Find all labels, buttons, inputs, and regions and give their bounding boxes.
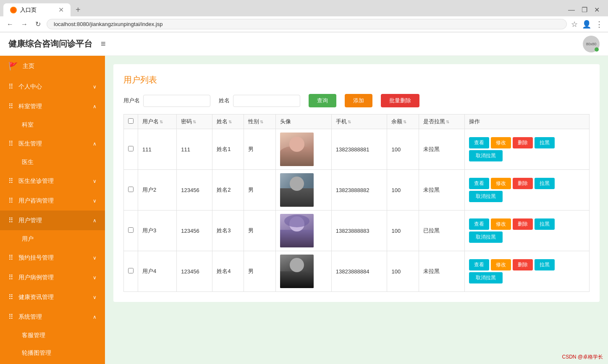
unblacklist-btn-1[interactable]: 取消拉黑 xyxy=(469,150,503,161)
sidebar-user-label: 用户 xyxy=(22,235,34,243)
username-search-input[interactable] xyxy=(143,95,210,107)
select-all-checkbox[interactable] xyxy=(128,118,134,124)
blacklist-btn-4[interactable]: 拉黑 xyxy=(535,259,555,270)
delete-btn-2[interactable]: 删除 xyxy=(513,178,533,189)
username-search-label: 用户名 xyxy=(123,97,140,104)
add-btn[interactable]: 添加 xyxy=(345,94,372,107)
bookmark-btn[interactable]: ☆ xyxy=(571,20,578,29)
address-bar: ← → ↻ ☆ 👤 ⋮ xyxy=(0,16,608,32)
tab-close-btn[interactable]: ✕ xyxy=(58,6,64,14)
row-checkbox-1[interactable] xyxy=(128,146,134,151)
sidebar-item-appointment[interactable]: ⠿ 预约挂号管理 ∨ xyxy=(0,248,105,268)
td-phone-3: 13823888883 xyxy=(331,211,387,251)
td-username-4: 用户4 xyxy=(138,251,177,292)
sidebar-dept-label: 科室 xyxy=(22,121,34,129)
close-btn[interactable]: ✕ xyxy=(594,6,600,14)
blacklist-btn-2[interactable]: 拉黑 xyxy=(535,178,555,189)
th-password: 密码⇅ xyxy=(177,114,212,129)
name-search-field: 姓名 xyxy=(219,95,300,107)
edit-btn-1[interactable]: 修改 xyxy=(491,137,511,148)
td-avatar-4 xyxy=(275,251,331,292)
td-checkbox-1 xyxy=(124,129,138,170)
name-search-input[interactable] xyxy=(233,95,300,107)
url-input[interactable] xyxy=(47,19,567,29)
edit-btn-3[interactable]: 修改 xyxy=(491,218,511,230)
view-btn-3[interactable]: 查看 xyxy=(469,218,489,230)
profile-btn[interactable]: 👤 xyxy=(582,20,591,29)
sidebar-item-doctor-mgmt[interactable]: ⠿ 医生管理 ∧ xyxy=(0,134,105,153)
table-row: 用户3 123456 姓名3 男 138238 xyxy=(124,211,590,251)
sort-balance-icon: ⇅ xyxy=(403,120,406,124)
view-btn-2[interactable]: 查看 xyxy=(469,178,489,189)
main-content: 用户列表 用户名 姓名 查询 添加 批量删除 xyxy=(105,56,608,364)
sidebar-appointment-label: 预约挂号管理 xyxy=(18,254,88,262)
delete-btn-1[interactable]: 删除 xyxy=(513,137,533,148)
health-info-icon: ⠿ xyxy=(8,293,13,301)
unblacklist-btn-3[interactable]: 取消拉黑 xyxy=(469,231,503,243)
td-phone-4: 13823888884 xyxy=(331,251,387,292)
hamburger-btn[interactable]: ≡ xyxy=(101,39,106,49)
sort-username-icon: ⇅ xyxy=(160,120,163,124)
avatar-image-2 xyxy=(280,173,314,207)
sidebar-item-doctor[interactable]: 医生 xyxy=(0,153,105,171)
unblacklist-btn-4[interactable]: 取消拉黑 xyxy=(469,272,503,283)
td-blacklisted-2: 未拉黑 xyxy=(419,170,464,211)
forward-btn[interactable]: → xyxy=(19,20,29,29)
sidebar-item-system-mgmt[interactable]: ⠿ 系统管理 ∧ xyxy=(0,307,105,327)
browser-window: 入口页 ✕ + — ❐ ✕ ← → ↻ ☆ 👤 ⋮ xyxy=(0,0,608,32)
sidebar-item-personal[interactable]: ⠿ 个人中心 ∨ xyxy=(0,77,105,96)
search-bar: 用户名 姓名 查询 添加 批量删除 xyxy=(123,94,590,107)
minimize-btn[interactable]: — xyxy=(568,6,575,14)
sidebar-item-user-mgmt[interactable]: ⠿ 用户管理 ∧ xyxy=(0,211,105,230)
blacklist-btn-1[interactable]: 拉黑 xyxy=(535,137,555,148)
th-phone: 手机⇅ xyxy=(331,114,387,129)
system-mgmt-arrow: ∧ xyxy=(93,314,97,320)
blacklist-btn-3[interactable]: 拉黑 xyxy=(535,218,555,230)
edit-btn-4[interactable]: 修改 xyxy=(491,259,511,270)
td-password-2: 123456 xyxy=(177,170,212,211)
td-checkbox-4 xyxy=(124,251,138,292)
view-btn-1[interactable]: 查看 xyxy=(469,137,489,148)
more-btn[interactable]: ⋮ xyxy=(595,20,603,29)
csdn-watermark: CSDN @卓格学长 xyxy=(562,354,603,361)
reload-btn[interactable]: ↻ xyxy=(34,19,42,29)
browser-tab[interactable]: 入口页 ✕ xyxy=(3,3,71,16)
tab-bar: 入口页 ✕ + — ❐ ✕ xyxy=(0,0,608,16)
personal-icon: ⠿ xyxy=(8,83,13,91)
delete-btn-3[interactable]: 删除 xyxy=(513,218,533,230)
app-body: 🚩 主页 ⠿ 个人中心 ∨ ⠿ 科室管理 ∧ 科室 ⠿ 医生管理 xyxy=(0,56,608,364)
sidebar-doctor-schedule-label: 医生坐诊管理 xyxy=(18,177,88,185)
sidebar-personal-label: 个人中心 xyxy=(18,83,88,91)
td-password-3: 123456 xyxy=(177,211,212,251)
sidebar-item-health-info[interactable]: ⠿ 健康资讯管理 ∨ xyxy=(0,287,105,307)
batch-delete-btn[interactable]: 批量删除 xyxy=(381,94,419,107)
query-btn[interactable]: 查询 xyxy=(309,94,336,107)
row-checkbox-4[interactable] xyxy=(128,268,134,273)
sidebar-item-doctor-schedule[interactable]: ⠿ 医生坐诊管理 ∨ xyxy=(0,171,105,191)
row-checkbox-3[interactable] xyxy=(128,227,134,233)
new-tab-btn[interactable]: + xyxy=(72,3,84,16)
sidebar-item-banner-mgmt[interactable]: 轮播图管理 xyxy=(0,344,105,362)
action-buttons-1: 查看 修改 删除 拉黑 xyxy=(469,137,585,148)
sidebar-item-dept-mgmt[interactable]: ⠿ 科室管理 ∧ xyxy=(0,96,105,116)
back-btn[interactable]: ← xyxy=(5,20,15,29)
unblacklist-btn-2[interactable]: 取消拉黑 xyxy=(469,191,503,202)
view-btn-4[interactable]: 查看 xyxy=(469,259,489,270)
sidebar-item-user[interactable]: 用户 xyxy=(0,230,105,248)
avatar[interactable]: 80x80 xyxy=(583,36,600,52)
sidebar-item-home[interactable]: 🚩 主页 xyxy=(0,56,105,77)
app-header: 健康综合咨询问诊平台 ≡ 80x80 xyxy=(0,32,608,56)
delete-btn-4[interactable]: 删除 xyxy=(513,259,533,270)
sidebar-item-user-consult[interactable]: ⠿ 用户咨询管理 ∨ xyxy=(0,191,105,211)
td-actions-4: 查看 修改 删除 拉黑 取消拉黑 xyxy=(465,251,590,292)
sidebar-system-mgmt-label: 系统管理 xyxy=(18,313,88,321)
sidebar-item-dept[interactable]: 科室 xyxy=(0,116,105,134)
maximize-btn[interactable]: ❐ xyxy=(582,6,587,14)
edit-btn-2[interactable]: 修改 xyxy=(491,178,511,189)
user-mgmt-icon: ⠿ xyxy=(8,216,13,224)
row-checkbox-2[interactable] xyxy=(128,187,134,192)
sidebar-item-case-mgmt[interactable]: ⠿ 用户病例管理 ∨ xyxy=(0,268,105,287)
user-consult-arrow: ∨ xyxy=(93,198,97,204)
doctor-schedule-arrow: ∨ xyxy=(93,178,97,184)
sidebar-item-customer-service[interactable]: 客服管理 xyxy=(0,327,105,344)
